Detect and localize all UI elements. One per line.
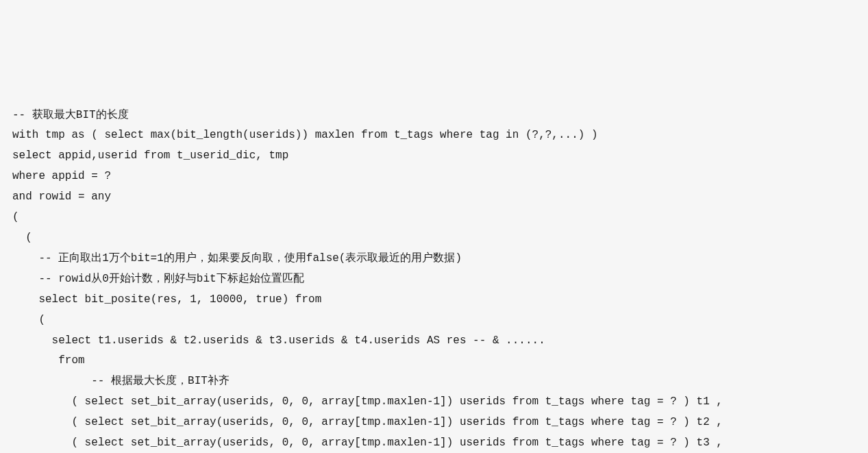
code-line: ( select set_bit_array(userids, 0, 0, ar… bbox=[12, 437, 723, 449]
code-line: where appid = ? bbox=[12, 170, 111, 182]
sql-code-block: -- 获取最大BIT的长度 with tmp as ( select max(b… bbox=[12, 85, 868, 453]
code-line: ( bbox=[12, 232, 32, 244]
code-line: -- 获取最大BIT的长度 bbox=[12, 109, 129, 121]
code-line: and rowid = any bbox=[12, 191, 111, 203]
code-line: select t1.userids & t2.userids & t3.user… bbox=[12, 334, 545, 347]
code-line: -- rowid从0开始计数，刚好与bit下标起始位置匹配 bbox=[12, 273, 304, 285]
code-line: ( bbox=[12, 314, 45, 326]
code-line: with tmp as ( select max(bit_length(user… bbox=[12, 129, 598, 141]
code-line: ( select set_bit_array(userids, 0, 0, ar… bbox=[12, 395, 723, 408]
code-line: select bit_posite(res, 1, 10000, true) f… bbox=[12, 293, 321, 306]
code-line: select appid,userid from t_userid_dic, t… bbox=[12, 149, 288, 162]
code-line: -- 正向取出1万个bit=1的用户，如果要反向取，使用false(表示取最近的… bbox=[12, 252, 462, 265]
code-line: from bbox=[12, 354, 85, 367]
code-line: ( select set_bit_array(userids, 0, 0, ar… bbox=[12, 416, 723, 428]
code-line: -- 根据最大长度，BIT补齐 bbox=[12, 375, 230, 387]
code-line: ( bbox=[12, 211, 19, 223]
